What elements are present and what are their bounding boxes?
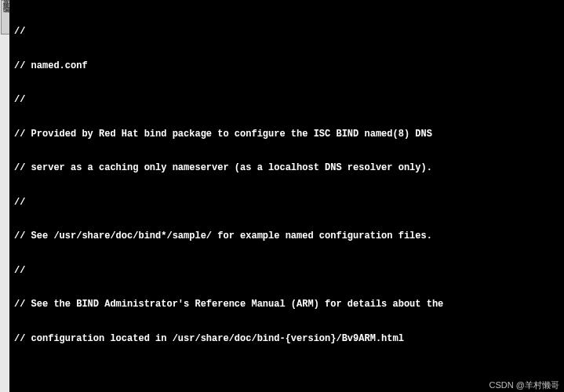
- config-comment: //: [14, 26, 559, 38]
- config-comment: // See /usr/share/doc/bind*/sample/ for …: [14, 230, 559, 242]
- terminal-viewport[interactable]: // // named.conf // // Provided by Red H…: [9, 0, 564, 392]
- config-comment: // configuration located in /usr/share/d…: [14, 333, 559, 345]
- watermark: CSDN @羊村懒哥: [489, 379, 559, 391]
- config-comment: // server as a caching only nameserver (…: [14, 162, 559, 174]
- config-comment: // Provided by Red Hat bind package to c…: [14, 129, 559, 140]
- config-comment: // named.conf: [14, 60, 559, 72]
- blank-line: [14, 367, 559, 379]
- config-comment: //: [14, 197, 559, 209]
- config-comment: //: [14, 265, 559, 277]
- config-comment: // See the BIND Administrator's Referenc…: [14, 299, 559, 310]
- config-comment: //: [14, 94, 559, 106]
